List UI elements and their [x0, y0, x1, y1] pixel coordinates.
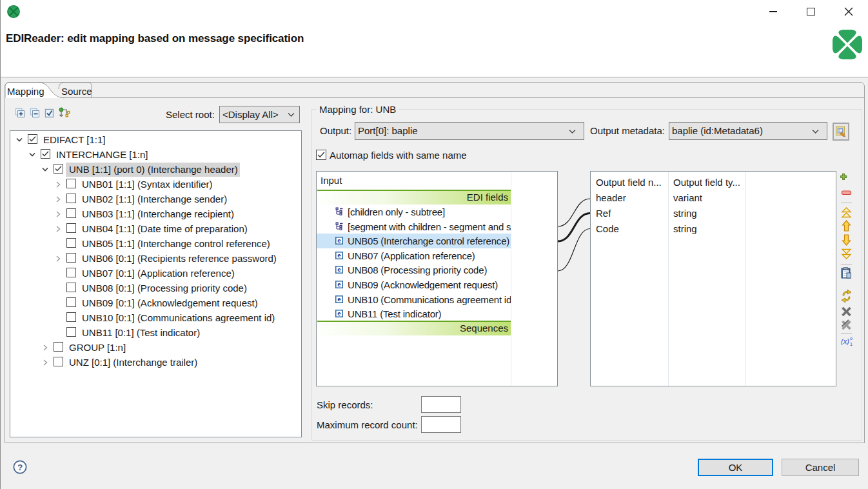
- svg-text:1: 1: [850, 342, 853, 346]
- svg-text:e: e: [337, 252, 340, 259]
- svg-text:e: e: [337, 266, 340, 273]
- svg-text:e: e: [337, 310, 340, 317]
- svg-text:?: ?: [17, 463, 23, 472]
- svg-text:e: e: [337, 281, 340, 288]
- svg-text:o: o: [850, 336, 853, 341]
- svg-text:e: e: [337, 237, 340, 244]
- svg-text:e: e: [337, 295, 340, 303]
- svg-text:(x): (x): [841, 337, 849, 345]
